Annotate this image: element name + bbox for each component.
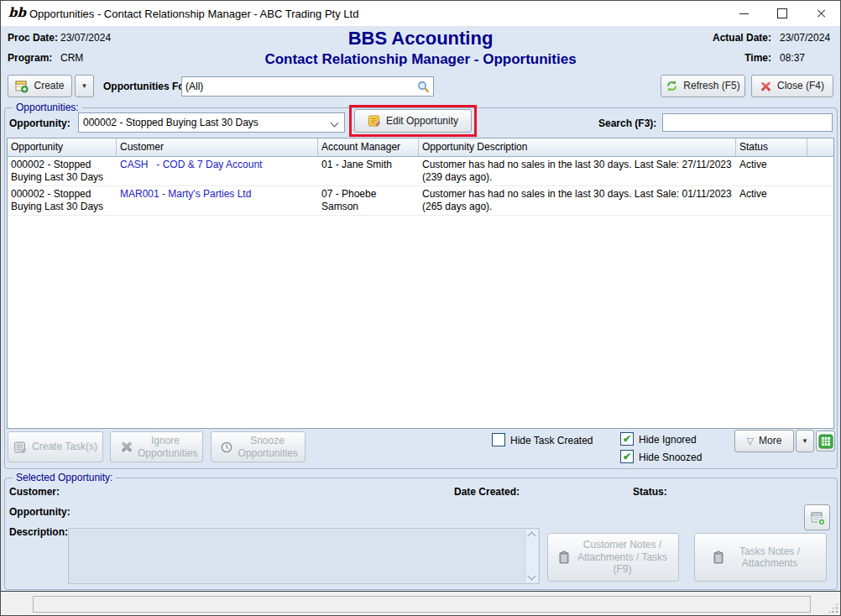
more-dropdown-button[interactable]: ▼ — [796, 430, 814, 452]
clipboard-icon — [557, 551, 571, 564]
app-window: bb Opportunities - Contact Relationship … — [0, 0, 841, 616]
hide-snoozed-label: Hide Snoozed — [639, 452, 702, 463]
task-icon — [13, 441, 27, 454]
add-note-button[interactable] — [804, 504, 830, 530]
ignore-opportunities-button[interactable]: Ignore Opportunities — [110, 431, 203, 462]
time-value: 08:37 — [780, 52, 805, 64]
column-header-customer[interactable]: Customer — [117, 138, 318, 156]
dropdown-arrow-icon: ▼ — [81, 82, 88, 90]
clipboard-icon — [712, 551, 725, 564]
edit-opportunity-button[interactable]: Edit Opportunity — [354, 109, 472, 133]
opportunities-legend: Opportunities: — [13, 102, 82, 113]
create-dropdown-button[interactable]: ▼ — [75, 75, 94, 97]
maximize-button[interactable] — [763, 1, 802, 26]
resize-grip[interactable] — [828, 603, 838, 613]
app-icon: bb — [8, 4, 25, 21]
hide-ignored-label: Hide Ignored — [639, 434, 697, 446]
selected-customer-label: Customer: — [9, 486, 60, 498]
column-header-description[interactable]: Opportunity Description — [419, 138, 736, 156]
actual-date-value: 23/07/2024 — [780, 32, 830, 44]
ignore-icon — [120, 441, 133, 453]
maximize-icon — [777, 8, 787, 18]
search-icon[interactable] — [417, 81, 433, 93]
cell-opportunity: 000002 - Stopped Buying Last 30 Days — [8, 157, 117, 185]
hide-task-created-checkbox[interactable] — [492, 433, 505, 446]
time-label: Time: — [744, 52, 771, 64]
cell-description: Customer has had no sales in the last 30… — [419, 157, 736, 185]
minimize-button[interactable] — [724, 1, 763, 26]
scroll-down-icon — [528, 572, 536, 581]
create-tasks-button[interactable]: Create Task(s) — [8, 431, 103, 462]
date-created-label: Date Created: — [454, 486, 520, 498]
create-icon — [15, 80, 29, 93]
chevron-down-icon — [331, 118, 339, 127]
description-scrollbar[interactable] — [525, 530, 538, 582]
tasks-notes-button[interactable]: Tasks Notes / Attachments — [694, 533, 827, 582]
cell-status: Active — [736, 157, 807, 185]
column-header-opportunity[interactable]: Opportunity — [8, 138, 117, 156]
cell-account-manager: 07 - Phoebe Samson — [318, 186, 419, 215]
opportunity-label: Opportunity: — [9, 117, 71, 129]
close-window-button[interactable] — [802, 1, 840, 26]
table-header-row: Opportunity Customer Account Manager Opp… — [8, 138, 833, 157]
status-bar — [1, 591, 840, 615]
selected-opportunity-legend: Selected Opportunity: — [13, 472, 116, 483]
table-row[interactable]: 000002 - Stopped Buying Last 30 Days MAR… — [8, 186, 833, 216]
opportunities-for-label: Opportunities For: — [103, 81, 191, 92]
excel-icon — [818, 434, 833, 449]
close-red-icon — [760, 81, 772, 92]
search-f3-label: Search (F3): — [598, 117, 656, 129]
snooze-opportunities-button[interactable]: Snooze Opportunities — [211, 431, 306, 462]
title-bar: bb Opportunities - Contact Relationship … — [1, 1, 840, 26]
actual-date-label: Actual Date: — [713, 32, 771, 44]
table-row[interactable]: 000002 - Stopped Buying Last 30 Days CAS… — [8, 157, 833, 186]
check-icon: ✔ — [623, 433, 631, 445]
page-subtitle: Contact Relationship Manager - Opportuni… — [1, 51, 840, 68]
description-label: Description: — [9, 526, 68, 538]
cell-account-manager: 01 - Jane Smith — [318, 157, 419, 185]
snooze-clock-icon — [220, 441, 233, 454]
search-f3-input[interactable] — [663, 115, 832, 130]
add-note-icon — [809, 509, 826, 526]
selected-opportunity-label: Opportunity: — [9, 506, 71, 518]
dropdown-arrow-icon: ▼ — [802, 437, 808, 445]
search-f3-field — [662, 113, 833, 132]
minimize-icon — [739, 13, 749, 14]
check-icon: ✔ — [623, 451, 631, 462]
customer-link[interactable]: MAR001 - Marty's Parties Ltd — [117, 186, 318, 215]
customer-link[interactable]: CASH - COD & 7 Day Account — [117, 157, 318, 185]
cell-opportunity: 000002 - Stopped Buying Last 30 Days — [8, 186, 117, 215]
refresh-button[interactable]: Refresh (F5) — [661, 75, 745, 97]
column-header-account-manager[interactable]: Account Manager — [318, 138, 419, 156]
close-icon — [816, 8, 826, 18]
refresh-icon — [666, 80, 678, 92]
hide-snoozed-checkbox[interactable]: ✔ — [620, 450, 634, 463]
more-button[interactable]: ▽ More — [734, 430, 794, 452]
status-panel — [33, 596, 811, 613]
column-header-filler — [807, 138, 833, 156]
scroll-up-icon — [528, 532, 536, 540]
export-excel-button[interactable] — [816, 431, 835, 452]
more-chevron-icon: ▽ — [747, 436, 754, 446]
create-button[interactable]: Create — [8, 75, 72, 97]
window-title: Opportunities - Contact Relationship Man… — [29, 8, 358, 20]
column-header-status[interactable]: Status — [736, 138, 807, 156]
hide-ignored-checkbox[interactable]: ✔ — [620, 432, 634, 446]
description-textarea[interactable] — [68, 528, 540, 584]
description-value — [71, 530, 523, 582]
selected-status-label: Status: — [633, 486, 667, 498]
opportunities-for-field — [181, 76, 434, 97]
cell-status: Active — [736, 186, 807, 215]
customer-notes-button[interactable]: Customer Notes / Attachments / Tasks (F9… — [547, 533, 679, 582]
opportunities-table: Opportunity Customer Account Manager Opp… — [7, 138, 834, 429]
hide-task-created-label: Hide Task Created — [510, 435, 593, 446]
close-form-button[interactable]: Close (F4) — [751, 75, 833, 97]
opportunity-select[interactable]: 000002 - Stopped Buying Last 30 Days — [78, 112, 345, 133]
cell-description: Customer has had no sales in the last 30… — [419, 186, 736, 215]
opportunities-for-input[interactable] — [182, 79, 417, 94]
edit-icon — [368, 114, 381, 128]
